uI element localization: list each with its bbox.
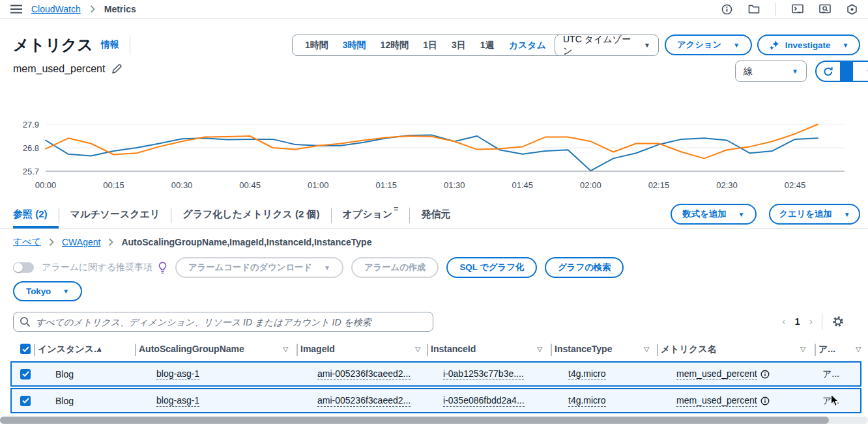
column-header-instance[interactable]: インスタンス... bbox=[38, 344, 102, 355]
time-range-12h[interactable]: 12時間 bbox=[373, 40, 416, 51]
cell-asg[interactable]: blog-asg-1 bbox=[156, 395, 199, 407]
column-header-imageid[interactable]: ImageId bbox=[300, 344, 335, 354]
info-icon[interactable] bbox=[721, 4, 732, 15]
cell-instancetype[interactable]: t4g.micro bbox=[568, 368, 606, 380]
current-page-number[interactable]: 1 bbox=[795, 316, 800, 327]
investigate-button[interactable]: Investigate ▼ bbox=[757, 34, 860, 55]
cell-imageid[interactable]: ami-005236f3caeed2... bbox=[317, 368, 411, 380]
sort-icon[interactable]: ▽ bbox=[644, 345, 649, 353]
metric-name-text[interactable]: mem_used_percent bbox=[676, 395, 757, 407]
horizontal-scrollbar-track[interactable] bbox=[0, 417, 868, 424]
breadcrumb-all-link[interactable]: すべて bbox=[13, 236, 41, 248]
cloudshell-icon[interactable] bbox=[792, 4, 803, 14]
cell-imageid[interactable]: ami-005236f3caeed2... bbox=[317, 395, 411, 407]
region-button-label: Tokyo bbox=[26, 286, 51, 296]
sort-icon[interactable]: ▽ bbox=[283, 345, 288, 353]
time-range-1w[interactable]: 1週 bbox=[473, 40, 502, 51]
refresh-button[interactable] bbox=[817, 62, 840, 81]
tab-multi-source-query[interactable]: マルチソースクエリ bbox=[59, 202, 171, 228]
svg-text:01:30: 01:30 bbox=[444, 180, 465, 190]
title-divider bbox=[130, 35, 130, 55]
sort-icon[interactable]: ▽ bbox=[537, 345, 542, 353]
table-row[interactable]: Blog blog-asg-1 ami-005236f3caeed2... i-… bbox=[10, 361, 861, 387]
create-alarm-button[interactable]: アラームの作成 bbox=[351, 257, 439, 278]
sort-icon[interactable]: ▽ bbox=[800, 345, 805, 353]
tab-source[interactable]: 発信元 bbox=[410, 202, 461, 228]
time-range-custom[interactable]: カスタム bbox=[502, 40, 553, 51]
folder-services-icon[interactable] bbox=[748, 4, 760, 14]
sort-icon[interactable]: ▽ bbox=[856, 345, 861, 353]
tab-graphed-metrics[interactable]: グラフ化したメトリクス (2 個) bbox=[171, 202, 330, 228]
time-range-1h[interactable]: 1時間 bbox=[298, 40, 336, 51]
time-range-3h-selected[interactable]: 3時間 bbox=[336, 40, 373, 51]
region-button[interactable]: Tokyo ▼ bbox=[13, 281, 82, 301]
sort-icon[interactable]: ▽ bbox=[415, 345, 420, 353]
chevron-down-icon: ▼ bbox=[738, 211, 745, 218]
cell-instanceid[interactable]: i-0ab1253c77b3e.... bbox=[443, 368, 524, 380]
alarm-recommendation-toggle[interactable] bbox=[13, 262, 34, 273]
previous-page-icon[interactable]: ‹ bbox=[782, 315, 786, 328]
select-all-checkbox[interactable] bbox=[20, 344, 31, 354]
graph-title: mem_used_percent bbox=[13, 63, 105, 75]
svg-text:00:15: 00:15 bbox=[103, 180, 124, 190]
toggle-knob bbox=[14, 263, 23, 272]
settings-gear-icon[interactable] bbox=[846, 4, 858, 15]
alarm-action-bar: アラームに関する推奨事項 アラームコードのダウンロード ▼ アラームの作成 SQ… bbox=[13, 257, 624, 278]
tools-monitor-icon[interactable] bbox=[819, 4, 831, 14]
table-row[interactable]: Blog blog-asg-1 ami-005236f3caeed2... i-… bbox=[10, 388, 861, 413]
tab-multi-source-query-label: マルチソースクエリ bbox=[70, 208, 160, 221]
column-divider bbox=[297, 344, 298, 356]
column-header-alarm[interactable]: ア... bbox=[818, 344, 835, 355]
pagination: ‹ 1 › bbox=[782, 313, 845, 330]
svg-text:25.7: 25.7 bbox=[23, 167, 39, 176]
add-query-button[interactable]: クエリを追加 ▼ bbox=[769, 204, 860, 225]
breadcrumb-namespace-link[interactable]: CWAgent bbox=[62, 237, 100, 247]
column-header-instancetype[interactable]: InstanceType bbox=[555, 344, 612, 354]
column-header-instanceid[interactable]: InstanceId bbox=[431, 344, 476, 354]
column-header-metric-name[interactable]: メトリクス名 bbox=[661, 344, 717, 355]
alarm-recommendation-label: アラームに関する推奨事項 bbox=[42, 262, 152, 273]
metrics-line-chart[interactable]: 27.926.825.700:0000:1500:3000:4501:0001:… bbox=[0, 89, 868, 195]
refresh-split-button: ▼ bbox=[815, 61, 868, 82]
metric-name-text[interactable]: mem_used_percent bbox=[676, 368, 757, 380]
actions-button-label: アクション bbox=[677, 39, 721, 51]
hamburger-menu-icon[interactable] bbox=[10, 5, 22, 14]
tab-browse[interactable]: 参照 (2) bbox=[13, 202, 59, 228]
add-math-button[interactable]: 数式を追加 ▼ bbox=[671, 204, 757, 225]
breadcrumb-cloudwatch-link[interactable]: CloudWatch bbox=[31, 4, 81, 14]
graph-with-sql-button[interactable]: SQL でグラフ化 bbox=[446, 257, 537, 278]
download-alarm-code-label: アラームコードのダウンロード bbox=[188, 262, 312, 273]
timezone-dropdown[interactable]: UTC タイムゾーン ▼ bbox=[555, 34, 659, 56]
actions-button[interactable]: アクション ▼ bbox=[665, 34, 752, 55]
cell-metric-name[interactable]: mem_used_percent bbox=[676, 395, 770, 407]
refresh-options-button[interactable]: ▼ bbox=[853, 62, 868, 81]
table-settings-gear-icon[interactable] bbox=[832, 315, 845, 328]
sort-ascending-icon[interactable]: ▲ bbox=[96, 345, 103, 353]
horizontal-scrollbar-thumb[interactable] bbox=[0, 417, 829, 424]
time-range-3d[interactable]: 3日 bbox=[444, 40, 473, 51]
info-icon[interactable] bbox=[760, 396, 770, 406]
row-checkbox[interactable] bbox=[20, 369, 31, 379]
info-link[interactable]: 情報 bbox=[101, 39, 119, 51]
search-input[interactable] bbox=[13, 312, 433, 332]
create-alarm-label: アラームの作成 bbox=[364, 262, 426, 273]
chart-type-dropdown[interactable]: 線 ▼ bbox=[735, 61, 807, 82]
info-icon[interactable] bbox=[760, 370, 770, 379]
graph-search-button[interactable]: グラフの検索 bbox=[545, 257, 624, 278]
download-alarm-code-button[interactable]: アラームコードのダウンロード ▼ bbox=[175, 257, 343, 278]
cell-asg[interactable]: blog-asg-1 bbox=[156, 368, 199, 380]
cell-instanceid[interactable]: i-035e086fbdd2a4... bbox=[443, 395, 525, 407]
breadcrumb-current-page: Metrics bbox=[104, 4, 136, 14]
chevron-down-icon: ▼ bbox=[63, 288, 69, 295]
row-checkbox[interactable] bbox=[20, 396, 31, 406]
tab-options[interactable]: オプション = bbox=[332, 202, 410, 228]
column-divider bbox=[135, 344, 136, 356]
cell-instancetype[interactable]: t4g.micro bbox=[568, 395, 606, 407]
column-header-asg[interactable]: AutoScalingGroupName bbox=[139, 344, 244, 354]
time-range-1d[interactable]: 1日 bbox=[416, 40, 444, 51]
cell-metric-name[interactable]: mem_used_percent bbox=[676, 368, 770, 380]
metrics-search bbox=[13, 312, 433, 332]
edit-pencil-icon[interactable] bbox=[111, 64, 122, 74]
next-page-icon[interactable]: › bbox=[809, 315, 813, 328]
cell-alarm: ア... bbox=[822, 368, 839, 380]
